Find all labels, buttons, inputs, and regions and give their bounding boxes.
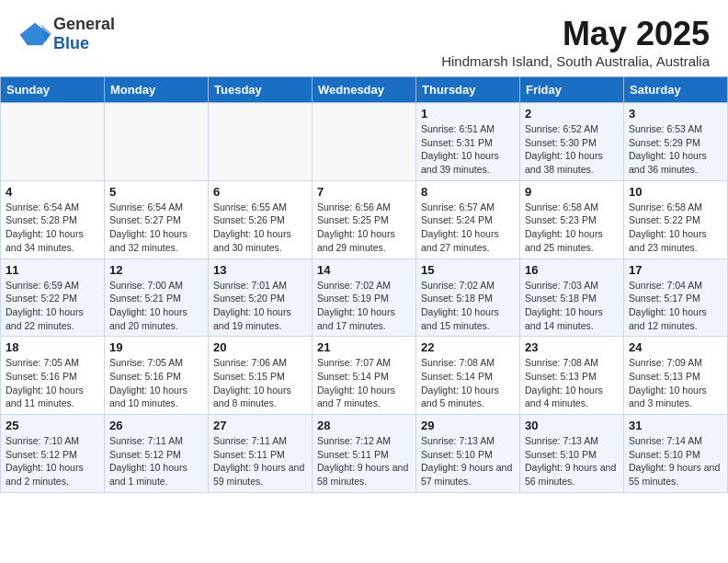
- day-info: Sunrise: 6:54 AM Sunset: 5:27 PM Dayligh…: [109, 201, 203, 255]
- day-info: Sunrise: 6:59 AM Sunset: 5:22 PM Dayligh…: [6, 279, 99, 333]
- day-number: 25: [6, 419, 99, 432]
- day-info: Sunrise: 6:55 AM Sunset: 5:26 PM Dayligh…: [213, 201, 307, 255]
- col-tuesday: Tuesday: [209, 77, 313, 103]
- calendar-week-row: 25Sunrise: 7:10 AM Sunset: 5:12 PM Dayli…: [1, 415, 728, 493]
- day-number: 30: [525, 419, 619, 432]
- day-info: Sunrise: 7:12 AM Sunset: 5:11 PM Dayligh…: [317, 434, 411, 488]
- day-info: Sunrise: 7:11 AM Sunset: 5:12 PM Dayligh…: [109, 434, 203, 488]
- day-info: Sunrise: 7:07 AM Sunset: 5:14 PM Dayligh…: [317, 356, 411, 410]
- day-number: 26: [109, 419, 203, 432]
- day-number: 3: [629, 107, 722, 121]
- day-info: Sunrise: 6:57 AM Sunset: 5:24 PM Dayligh…: [421, 201, 515, 255]
- table-row: 6Sunrise: 6:55 AM Sunset: 5:26 PM Daylig…: [209, 180, 313, 259]
- table-row: 28Sunrise: 7:12 AM Sunset: 5:11 PM Dayli…: [313, 415, 416, 493]
- page-header: General Blue May 2025 Hindmarsh Island, …: [0, 0, 728, 76]
- day-info: Sunrise: 7:06 AM Sunset: 5:15 PM Dayligh…: [213, 356, 307, 410]
- col-thursday: Thursday: [416, 77, 520, 103]
- col-friday: Friday: [520, 77, 624, 103]
- table-row: 31Sunrise: 7:14 AM Sunset: 5:10 PM Dayli…: [624, 415, 728, 493]
- table-row: 23Sunrise: 7:08 AM Sunset: 5:13 PM Dayli…: [520, 337, 624, 415]
- location: Hindmarsh Island, South Australia, Austr…: [441, 53, 710, 69]
- table-row: 24Sunrise: 7:09 AM Sunset: 5:13 PM Dayli…: [624, 337, 728, 415]
- day-number: 28: [317, 419, 411, 432]
- calendar-week-row: 1Sunrise: 6:51 AM Sunset: 5:31 PM Daylig…: [1, 103, 728, 181]
- col-monday: Monday: [105, 77, 209, 103]
- logo: General Blue: [18, 15, 115, 53]
- day-number: 7: [317, 185, 411, 199]
- table-row: 12Sunrise: 7:00 AM Sunset: 5:21 PM Dayli…: [105, 259, 209, 337]
- table-row: [313, 103, 416, 181]
- day-info: Sunrise: 7:08 AM Sunset: 5:14 PM Dayligh…: [421, 356, 515, 410]
- day-number: 18: [6, 340, 99, 354]
- table-row: 22Sunrise: 7:08 AM Sunset: 5:14 PM Dayli…: [416, 337, 520, 415]
- day-number: 11: [6, 263, 99, 277]
- day-info: Sunrise: 7:14 AM Sunset: 5:10 PM Dayligh…: [629, 434, 722, 488]
- day-number: 21: [317, 340, 411, 354]
- day-info: Sunrise: 7:02 AM Sunset: 5:18 PM Dayligh…: [421, 279, 515, 333]
- day-number: 14: [317, 263, 411, 277]
- table-row: 11Sunrise: 6:59 AM Sunset: 5:22 PM Dayli…: [1, 259, 105, 337]
- day-info: Sunrise: 7:13 AM Sunset: 5:10 PM Dayligh…: [421, 434, 515, 488]
- day-number: 15: [421, 263, 515, 277]
- day-number: 10: [629, 185, 722, 199]
- day-info: Sunrise: 7:11 AM Sunset: 5:11 PM Dayligh…: [213, 434, 307, 488]
- day-info: Sunrise: 7:02 AM Sunset: 5:19 PM Dayligh…: [317, 279, 411, 333]
- table-row: 2Sunrise: 6:52 AM Sunset: 5:30 PM Daylig…: [520, 103, 624, 181]
- table-row: 27Sunrise: 7:11 AM Sunset: 5:11 PM Dayli…: [209, 415, 313, 493]
- day-number: 31: [629, 419, 722, 432]
- table-row: [105, 103, 209, 181]
- logo-general: General: [53, 15, 115, 33]
- day-number: 24: [629, 340, 722, 354]
- day-number: 13: [213, 263, 307, 277]
- table-row: 16Sunrise: 7:03 AM Sunset: 5:18 PM Dayli…: [520, 259, 624, 337]
- day-number: 5: [109, 185, 203, 199]
- day-info: Sunrise: 6:58 AM Sunset: 5:22 PM Dayligh…: [629, 201, 722, 255]
- table-row: 1Sunrise: 6:51 AM Sunset: 5:31 PM Daylig…: [416, 103, 520, 181]
- table-row: 26Sunrise: 7:11 AM Sunset: 5:12 PM Dayli…: [105, 415, 209, 493]
- table-row: 14Sunrise: 7:02 AM Sunset: 5:19 PM Dayli…: [313, 259, 416, 337]
- table-row: 4Sunrise: 6:54 AM Sunset: 5:28 PM Daylig…: [1, 180, 105, 259]
- logo-blue: Blue: [53, 34, 89, 52]
- day-info: Sunrise: 7:03 AM Sunset: 5:18 PM Dayligh…: [525, 279, 619, 333]
- table-row: 29Sunrise: 7:13 AM Sunset: 5:10 PM Dayli…: [416, 415, 520, 493]
- day-info: Sunrise: 7:09 AM Sunset: 5:13 PM Dayligh…: [629, 356, 722, 410]
- day-number: 17: [629, 263, 722, 277]
- table-row: [1, 103, 105, 181]
- table-row: 5Sunrise: 6:54 AM Sunset: 5:27 PM Daylig…: [105, 180, 209, 259]
- calendar-week-row: 18Sunrise: 7:05 AM Sunset: 5:16 PM Dayli…: [1, 337, 728, 415]
- calendar-week-row: 11Sunrise: 6:59 AM Sunset: 5:22 PM Dayli…: [1, 259, 728, 337]
- table-row: [209, 103, 313, 181]
- table-row: 13Sunrise: 7:01 AM Sunset: 5:20 PM Dayli…: [209, 259, 313, 337]
- day-number: 29: [421, 419, 515, 432]
- table-row: 9Sunrise: 6:58 AM Sunset: 5:23 PM Daylig…: [520, 180, 624, 259]
- table-row: 20Sunrise: 7:06 AM Sunset: 5:15 PM Dayli…: [209, 337, 313, 415]
- day-number: 6: [213, 185, 307, 199]
- day-info: Sunrise: 6:52 AM Sunset: 5:30 PM Dayligh…: [525, 122, 619, 177]
- day-info: Sunrise: 6:53 AM Sunset: 5:29 PM Dayligh…: [629, 122, 722, 177]
- day-number: 8: [421, 185, 515, 199]
- table-row: 18Sunrise: 7:05 AM Sunset: 5:16 PM Dayli…: [1, 337, 105, 415]
- day-info: Sunrise: 7:10 AM Sunset: 5:12 PM Dayligh…: [6, 434, 99, 488]
- day-info: Sunrise: 7:05 AM Sunset: 5:16 PM Dayligh…: [6, 356, 99, 410]
- month-title: May 2025: [441, 15, 710, 53]
- day-number: 27: [213, 419, 307, 432]
- table-row: 30Sunrise: 7:13 AM Sunset: 5:10 PM Dayli…: [520, 415, 624, 493]
- col-saturday: Saturday: [624, 77, 728, 103]
- day-number: 2: [525, 107, 619, 121]
- calendar-table: Sunday Monday Tuesday Wednesday Thursday…: [0, 76, 728, 493]
- day-number: 12: [109, 263, 203, 277]
- table-row: 15Sunrise: 7:02 AM Sunset: 5:18 PM Dayli…: [416, 259, 520, 337]
- day-number: 9: [525, 185, 619, 199]
- col-wednesday: Wednesday: [313, 77, 416, 103]
- day-number: 1: [421, 107, 515, 121]
- table-row: 17Sunrise: 7:04 AM Sunset: 5:17 PM Dayli…: [624, 259, 728, 337]
- day-number: 22: [421, 340, 515, 354]
- day-info: Sunrise: 6:51 AM Sunset: 5:31 PM Dayligh…: [421, 122, 515, 177]
- day-info: Sunrise: 7:00 AM Sunset: 5:21 PM Dayligh…: [109, 279, 203, 333]
- calendar-header-row: Sunday Monday Tuesday Wednesday Thursday…: [1, 77, 728, 103]
- day-number: 23: [525, 340, 619, 354]
- logo-text: General Blue: [53, 15, 115, 53]
- title-block: May 2025 Hindmarsh Island, South Austral…: [441, 15, 710, 69]
- day-info: Sunrise: 6:58 AM Sunset: 5:23 PM Dayligh…: [525, 201, 619, 255]
- table-row: 3Sunrise: 6:53 AM Sunset: 5:29 PM Daylig…: [624, 103, 728, 181]
